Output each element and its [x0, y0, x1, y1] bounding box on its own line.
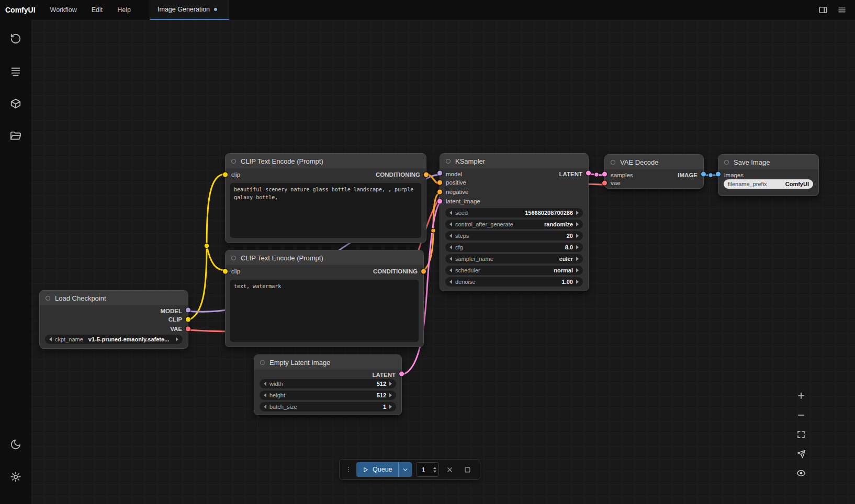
menu-workflow[interactable]: Workflow [43, 0, 84, 20]
port-latent-output[interactable] [586, 171, 591, 176]
increment-arrow-icon[interactable] [576, 211, 579, 215]
decrement-arrow-icon[interactable] [449, 211, 452, 215]
sidebar-button-queue[interactable] [5, 61, 26, 82]
negative-prompt-textarea[interactable]: text, watermark [230, 280, 419, 342]
port-clip-input[interactable] [223, 269, 228, 274]
port-model-input[interactable] [437, 171, 442, 176]
node-header[interactable]: CLIP Text Encode (Prompt) [226, 250, 423, 265]
widget-sampler-name[interactable]: sampler_name euler [445, 254, 583, 264]
widget-denoise[interactable]: denoise 1.00 [445, 277, 583, 287]
node-clip-text-encode-positive[interactable]: CLIP Text Encode (Prompt) clip CONDITION… [225, 153, 426, 243]
collapse-dot-icon[interactable] [46, 296, 50, 301]
widget-ckpt-name[interactable]: ckpt_name v1-5-pruned-emaonly.safete... [45, 335, 183, 344]
port-images-input[interactable] [716, 171, 721, 176]
reroute-dot-conditioning[interactable] [431, 228, 436, 233]
port-vae-input[interactable] [602, 180, 607, 185]
menu-edit[interactable]: Edit [84, 0, 110, 20]
widget-steps[interactable]: steps 20 [445, 231, 583, 240]
node-header[interactable]: KSampler [440, 154, 588, 168]
increment-arrow-icon[interactable] [576, 268, 579, 272]
fit-view-button[interactable] [794, 428, 808, 441]
increment-count-icon[interactable] [433, 465, 436, 469]
increment-arrow-icon[interactable] [576, 234, 579, 238]
decrement-arrow-icon[interactable] [264, 393, 266, 397]
reroute-dot-latent[interactable] [594, 173, 599, 177]
sidebar-button-settings[interactable] [5, 466, 26, 487]
drag-handle-icon[interactable] [345, 464, 352, 475]
node-vae-decode[interactable]: VAE Decode samples IMAGE vae [604, 154, 704, 189]
collapse-dot-icon[interactable] [231, 256, 236, 260]
toggle-panel-button[interactable] [815, 3, 831, 17]
node-load-checkpoint[interactable]: Load Checkpoint MODEL CLIP VAE ckpt_name… [39, 290, 188, 349]
port-model-output[interactable] [186, 308, 190, 313]
port-samples-input[interactable] [602, 171, 607, 176]
node-save-image[interactable]: Save Image images filename_prefix ComfyU… [718, 154, 819, 196]
port-clip-input[interactable] [223, 173, 228, 177]
widget-cfg[interactable]: cfg 8.0 [445, 243, 583, 252]
node-header[interactable]: VAE Decode [605, 155, 703, 169]
batch-count-stepper[interactable]: 1 [416, 462, 439, 477]
decrement-arrow-icon[interactable] [49, 337, 52, 341]
tab-image-generation[interactable]: Image Generation [150, 0, 229, 20]
decrement-arrow-icon[interactable] [449, 245, 452, 249]
zoom-in-button[interactable] [794, 389, 808, 403]
port-image-output[interactable] [701, 171, 706, 176]
decrement-arrow-icon[interactable] [449, 234, 452, 238]
decrement-arrow-icon[interactable] [449, 257, 452, 261]
node-header[interactable]: CLIP Text Encode (Prompt) [226, 154, 426, 168]
clear-queue-button[interactable] [443, 463, 457, 476]
main-menu-button[interactable] [834, 3, 850, 17]
collapse-dot-icon[interactable] [231, 159, 236, 164]
sidebar-button-history[interactable] [5, 28, 26, 49]
port-negative-input[interactable] [437, 190, 442, 194]
reroute-dot-image[interactable] [708, 173, 713, 178]
select-mode-button[interactable] [794, 447, 808, 461]
collapse-dot-icon[interactable] [446, 159, 451, 164]
zoom-out-button[interactable] [794, 408, 808, 422]
positive-prompt-textarea[interactable]: beautiful scenery nature glass bottle la… [230, 183, 421, 238]
widget-control-after-generate[interactable]: control_after_generate randomize [445, 220, 583, 229]
decrement-arrow-icon[interactable] [264, 405, 266, 409]
node-header[interactable]: Empty Latent Image [254, 355, 401, 370]
node-clip-text-encode-negative[interactable]: CLIP Text Encode (Prompt) clip CONDITION… [225, 250, 424, 347]
toggle-visibility-button[interactable] [794, 466, 808, 480]
port-conditioning-output[interactable] [421, 269, 426, 274]
widget-scheduler[interactable]: scheduler normal [445, 266, 583, 275]
port-vae-output[interactable] [186, 327, 190, 331]
port-latent-output[interactable] [399, 372, 404, 376]
sidebar-button-theme[interactable] [5, 434, 26, 455]
port-clip-output[interactable] [186, 317, 190, 322]
decrement-arrow-icon[interactable] [264, 382, 266, 386]
collapse-dot-icon[interactable] [260, 360, 265, 365]
decrement-arrow-icon[interactable] [449, 280, 452, 284]
menu-help[interactable]: Help [110, 0, 138, 20]
increment-arrow-icon[interactable] [389, 382, 392, 386]
increment-arrow-icon[interactable] [576, 222, 579, 226]
node-empty-latent-image[interactable]: Empty Latent Image LATENT width 512 heig… [254, 354, 402, 415]
reroute-dot-clip[interactable] [204, 243, 209, 248]
sidebar-button-node-library[interactable] [5, 93, 26, 114]
decrement-count-icon[interactable] [433, 471, 436, 474]
port-conditioning-output[interactable] [424, 173, 429, 177]
stop-button[interactable] [461, 463, 475, 476]
widget-seed[interactable]: seed 156680208700286 [445, 208, 583, 217]
collapse-dot-icon[interactable] [611, 160, 615, 165]
port-positive-input[interactable] [437, 180, 442, 185]
widget-height[interactable]: height 512 [260, 391, 396, 400]
increment-arrow-icon[interactable] [389, 405, 392, 409]
increment-arrow-icon[interactable] [176, 337, 178, 341]
decrement-arrow-icon[interactable] [449, 268, 452, 272]
sidebar-button-workflows[interactable] [5, 125, 26, 146]
port-latent-image-input[interactable] [437, 199, 442, 204]
collapse-dot-icon[interactable] [724, 160, 729, 165]
queue-button[interactable]: Queue [356, 462, 412, 477]
queue-options-button[interactable] [398, 462, 412, 477]
node-header[interactable]: Load Checkpoint [40, 291, 188, 305]
increment-arrow-icon[interactable] [576, 257, 579, 261]
increment-arrow-icon[interactable] [389, 393, 392, 397]
node-header[interactable]: Save Image [718, 155, 818, 169]
widget-filename-prefix[interactable]: filename_prefix ComfyUI [724, 179, 813, 189]
increment-arrow-icon[interactable] [576, 245, 579, 249]
node-ksampler[interactable]: KSampler model LATENT positive negative … [440, 153, 589, 291]
widget-width[interactable]: width 512 [260, 379, 396, 388]
